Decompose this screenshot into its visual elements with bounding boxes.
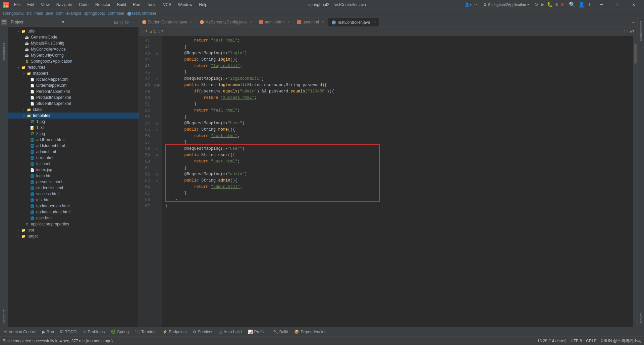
search-btn[interactable]: 🔍: [569, 1, 576, 8]
version-control-tab[interactable]: ⟲ Version Control: [1, 329, 39, 335]
tab-mysecurity[interactable]: MySercurityConfig.java ✕: [197, 18, 256, 26]
breadcrumb-part[interactable]: controller: [108, 11, 124, 16]
collapse-all-btn[interactable]: ⊞: [113, 19, 119, 25]
menu-refactor[interactable]: Refactor: [93, 2, 113, 8]
run-btn[interactable]: ▶: [541, 2, 544, 7]
tree-item-student[interactable]: 📄 StudentMapper.xml: [8, 100, 139, 107]
status-encoding[interactable]: UTF-8: [571, 339, 582, 343]
tree-item-templates[interactable]: ▾ 📁 templates: [8, 113, 139, 119]
breadcrumb-current[interactable]: TestController: [131, 11, 156, 16]
terminal-tab[interactable]: ⬛ Terminal: [132, 329, 159, 335]
tree-item-mycontroller[interactable]: ☕ MyControllerAdvice: [8, 46, 139, 52]
tab-close-student[interactable]: ✕: [190, 20, 193, 24]
tab-close-user[interactable]: ✕: [322, 20, 325, 24]
tree-item-mysecurity[interactable]: ☕ MySercurityConfig: [8, 52, 139, 58]
breadcrumb-part[interactable]: springboot2: [3, 11, 24, 16]
menu-window[interactable]: Window: [175, 2, 195, 8]
tree-item-updateperson[interactable]: 🌐 updateperson.html: [8, 203, 139, 209]
tree-item-resources[interactable]: ▾ 📁 resources: [8, 64, 139, 70]
run-tab[interactable]: ▶ Run: [40, 329, 57, 335]
tree-item-order[interactable]: 📄 OrderMapper.xml: [8, 82, 139, 88]
tab-close-mysecurity[interactable]: ✕: [249, 20, 252, 24]
tree-item-indexjsp[interactable]: 📄 index.jsp: [8, 167, 139, 173]
tree-item-2jpg[interactable]: 🖼 2.jpg: [8, 131, 139, 137]
tree-item-addstudent[interactable]: 🌐 addstudent.html: [8, 143, 139, 149]
expand-btn[interactable]: ▲▼: [630, 29, 635, 34]
build-btn[interactable]: ⟳: [535, 2, 539, 7]
code-content[interactable]: return "test.html"; } @RequestMapping(⊙▾…: [162, 36, 633, 327]
spring-tab[interactable]: 🌿 Spring: [108, 329, 131, 335]
menu-file[interactable]: File: [11, 2, 23, 8]
bookmarks-tab[interactable]: Bookmarks: [1, 40, 7, 64]
endpoints-tab[interactable]: ⚡ Endpoints: [160, 329, 189, 335]
maven-tab[interactable]: Maven: [638, 310, 644, 326]
status-line-sep[interactable]: CRLF: [586, 339, 596, 343]
more-btn[interactable]: ⋯: [130, 19, 136, 25]
menu-code[interactable]: Code: [76, 2, 91, 8]
tree-item-utils[interactable]: ▾ 📁 utils: [8, 28, 139, 34]
minimize-button[interactable]: ─: [594, 0, 609, 9]
tab-close-testcontroller[interactable]: ✕: [373, 20, 376, 24]
project-icon[interactable]: [1, 19, 7, 25]
menu-view[interactable]: View: [38, 2, 52, 8]
fold-btn[interactable]: ↑↓: [624, 29, 628, 34]
tree-item-addperson[interactable]: 🌐 addPerson.html: [8, 137, 139, 143]
todo-tab[interactable]: ☑ TODO: [57, 329, 79, 335]
settings-btn[interactable]: ⚙: [124, 19, 130, 25]
menu-edit[interactable]: Edit: [24, 2, 37, 8]
gutter-icon-59[interactable]: ⊙: [156, 153, 158, 157]
tab-studentcontroller[interactable]: StudentController.java ✕: [139, 18, 197, 26]
tree-item-fail[interactable]: 🌐 fail.html: [8, 161, 139, 167]
tab-userhtml[interactable]: user.html ✕: [294, 18, 328, 26]
menu-build[interactable]: Build: [114, 2, 129, 8]
gutter-icon-43[interactable]: ⊙: [156, 52, 158, 56]
tree-item-springboot-app[interactable]: 🍃 Springboot2Application: [8, 58, 139, 64]
close-button[interactable]: ✕: [626, 0, 641, 9]
tree-item-mybatis[interactable]: ☕ MybatisPlusConfig: [8, 40, 139, 46]
tree-item-success[interactable]: 🌐 success.html: [8, 191, 139, 197]
tab-close-admin[interactable]: ✕: [287, 20, 290, 24]
tree-item-login[interactable]: 🌐 login.html: [8, 173, 139, 179]
tree-item-person[interactable]: 📄 PersonMapper.xml: [8, 88, 139, 94]
tree-item-studentlist[interactable]: 🌐 studentlist.html: [8, 185, 139, 191]
tree-item-targetfolder[interactable]: ▸ 📁 target: [8, 233, 139, 239]
structure-tab[interactable]: Structure: [1, 306, 7, 327]
menu-navigate[interactable]: Navigate: [54, 2, 75, 8]
breadcrumb-part[interactable]: java: [46, 11, 53, 16]
locate-btn[interactable]: ◎: [119, 19, 124, 25]
dependencies-tab[interactable]: 📦 Dependencies: [291, 329, 329, 335]
run-config-selector[interactable]: 🍃 Springboot2Application ▾: [480, 2, 532, 7]
profiler-tab[interactable]: 📊 Profiler: [245, 329, 270, 335]
services-tab[interactable]: ⚙ Services: [190, 329, 216, 335]
tree-item-admin[interactable]: 🌐 admin.html: [8, 149, 139, 155]
tab-adminhtml[interactable]: admin.html ✕: [256, 18, 294, 26]
menu-vcs[interactable]: VCS: [160, 2, 174, 8]
gutter-arrow-48[interactable]: ▾: [159, 84, 160, 87]
user-btn[interactable]: 👤: [578, 1, 585, 8]
gutter-icon-48[interactable]: ⊙: [154, 83, 156, 87]
status-position[interactable]: 13:28 (14 chars): [537, 339, 567, 343]
breadcrumb-part[interactable]: springboot2: [84, 11, 105, 16]
menu-tools[interactable]: Tools: [144, 2, 159, 8]
tree-item-error[interactable]: 🌐 error.html: [8, 155, 139, 161]
tree-item-mappers[interactable]: ▾ 📁 mappers: [8, 70, 139, 76]
tree-item-idcard[interactable]: 📄 IdcardMapper.xml: [8, 76, 139, 82]
tree-item-generatecode[interactable]: ☕ GenerateCode: [8, 34, 139, 40]
tree-item-static[interactable]: ▸ 📁 static: [8, 107, 139, 113]
autobuild-tab[interactable]: △ Auto-build: [217, 329, 245, 335]
tree-item-test[interactable]: 🌐 test.html: [8, 197, 139, 203]
gutter-icon-55[interactable]: ⊙: [156, 128, 158, 132]
update-btn[interactable]: ⬇: [588, 1, 591, 8]
tree-item-1jpg[interactable]: 🖼 1.jpg: [8, 119, 139, 125]
build-tab[interactable]: 🔨 Build: [270, 329, 291, 335]
tree-item-testfolder[interactable]: ▸ 📁 test: [8, 227, 139, 233]
tab-more-btn[interactable]: ⋯: [630, 19, 637, 26]
stop-btn[interactable]: ■: [561, 2, 564, 7]
tree-item-1txt[interactable]: 📝 1.txt: [8, 125, 139, 131]
menu-run[interactable]: Run: [130, 2, 143, 8]
vertical-scrollbar[interactable]: [633, 36, 637, 327]
profile-btn[interactable]: ⚙: [555, 2, 558, 7]
gutter-icon-63[interactable]: ⊙: [156, 179, 158, 183]
tab-testcontroller[interactable]: TestController.java ✕: [328, 18, 380, 26]
breadcrumb-part[interactable]: src: [26, 11, 32, 16]
